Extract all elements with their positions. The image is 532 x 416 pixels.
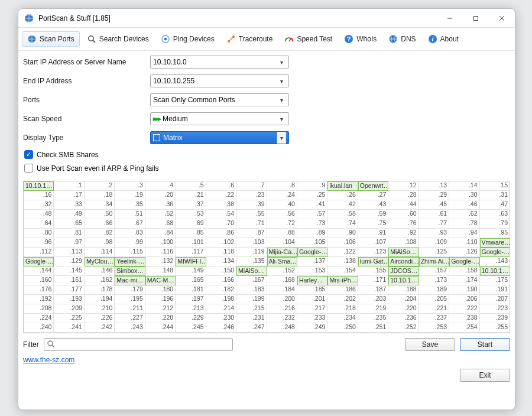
matrix-cell[interactable]: .20: [145, 191, 176, 200]
matrix-cell[interactable]: .217: [297, 304, 327, 314]
matrix-cell[interactable]: JDCOS…: [388, 266, 419, 276]
matrix-cell[interactable]: Mac-mi…: [115, 276, 145, 285]
matrix-cell[interactable]: .7: [236, 181, 267, 191]
matrix-cell[interactable]: .13: [419, 181, 449, 191]
matrix-cell[interactable]: .48: [24, 210, 54, 219]
matrix-cell[interactable]: .158: [449, 266, 479, 276]
minimize-button[interactable]: [437, 9, 463, 28]
matrix-cell[interactable]: .98: [85, 238, 115, 248]
matrix-cell[interactable]: .177: [54, 285, 84, 295]
matrix-cell[interactable]: .58: [327, 210, 358, 219]
matrix-cell[interactable]: .241: [54, 323, 84, 333]
matrix-cell[interactable]: .68: [145, 219, 176, 229]
check-arp-ping[interactable]: Use Port Scan even if ARP & Ping fails: [23, 164, 510, 173]
check-smb-shares[interactable]: Check SMB Shares: [23, 150, 510, 159]
website-link[interactable]: www.the-sz.com: [23, 356, 74, 364]
matrix-cell[interactable]: .250: [327, 323, 358, 333]
matrix-cell[interactable]: .224: [24, 314, 54, 323]
matrix-cell[interactable]: .108: [388, 238, 419, 248]
matrix-cell[interactable]: .247: [236, 323, 267, 333]
matrix-cell[interactable]: MIWIFI-I…: [176, 257, 206, 266]
matrix-cell[interactable]: .242: [85, 323, 115, 333]
matrix-cell[interactable]: .188: [388, 285, 419, 295]
matrix-cell[interactable]: .62: [449, 210, 479, 219]
matrix-cell[interactable]: .74: [327, 219, 358, 229]
matrix-cell[interactable]: .150: [206, 266, 236, 276]
matrix-cell[interactable]: .55: [236, 210, 267, 219]
chevron-down-icon[interactable]: ▾: [277, 59, 286, 66]
matrix-cell[interactable]: .123: [358, 248, 388, 257]
matrix-cell[interactable]: .119: [236, 248, 267, 257]
tab-search-devices[interactable]: Search Devices: [82, 32, 154, 46]
matrix-cell[interactable]: .174: [449, 276, 479, 285]
exit-button[interactable]: Exit: [460, 369, 510, 382]
matrix-cell[interactable]: .65: [54, 219, 84, 229]
matrix-cell[interactable]: .23: [236, 191, 267, 200]
matrix-cell[interactable]: .213: [176, 304, 206, 314]
matrix-cell[interactable]: .189: [419, 285, 449, 295]
matrix-cell[interactable]: Aircondi…: [388, 257, 419, 266]
matrix-cell[interactable]: .85: [176, 229, 206, 238]
matrix-cell[interactable]: .118: [206, 248, 236, 257]
matrix-cell[interactable]: .244: [145, 323, 176, 333]
matrix-cell[interactable]: .219: [358, 304, 388, 314]
matrix-cell[interactable]: .113: [54, 248, 84, 257]
matrix-cell[interactable]: .221: [419, 304, 449, 314]
matrix-cell[interactable]: .27: [358, 191, 388, 200]
matrix-cell[interactable]: .63: [480, 210, 510, 219]
matrix-cell[interactable]: .107: [358, 238, 388, 248]
matrix-cell[interactable]: .43: [358, 200, 388, 210]
matrix-cell[interactable]: .220: [388, 304, 419, 314]
matrix-cell[interactable]: .186: [327, 285, 358, 295]
matrix-cell[interactable]: MAC-M…: [145, 276, 176, 285]
matrix-cell[interactable]: .32: [24, 200, 54, 210]
matrix-cell[interactable]: .210: [85, 304, 115, 314]
matrix-cell[interactable]: .203: [358, 295, 388, 304]
matrix-cell[interactable]: .79: [480, 219, 510, 229]
matrix-cell[interactable]: .44: [388, 200, 419, 210]
matrix-cell[interactable]: .148: [145, 266, 176, 276]
tab-speed-test[interactable]: Speed Test: [280, 32, 337, 46]
matrix-cell[interactable]: .183: [236, 285, 267, 295]
matrix-cell[interactable]: .66: [85, 219, 115, 229]
matrix-cell[interactable]: .160: [24, 276, 54, 285]
matrix-cell[interactable]: .73: [297, 219, 327, 229]
matrix-cell[interactable]: .165: [176, 276, 206, 285]
end-ip-input[interactable]: 10.10.10.255 ▾: [150, 74, 289, 87]
matrix-cell[interactable]: .81: [54, 229, 84, 238]
matrix-cell[interactable]: .227: [115, 314, 145, 323]
matrix-cell[interactable]: .252: [388, 323, 419, 333]
matrix-cell[interactable]: .225: [54, 314, 84, 323]
tab-about[interactable]: iAbout: [423, 32, 463, 46]
matrix-cell[interactable]: .222: [449, 304, 479, 314]
matrix-cell[interactable]: .253: [419, 323, 449, 333]
matrix-cell[interactable]: .195: [115, 295, 145, 304]
matrix-cell[interactable]: .199: [236, 295, 267, 304]
matrix-cell[interactable]: .75: [358, 219, 388, 229]
matrix-cell[interactable]: .45: [419, 200, 449, 210]
chevron-down-icon[interactable]: ▾: [277, 97, 286, 103]
filter-input[interactable]: [44, 338, 233, 351]
matrix-cell[interactable]: .226: [85, 314, 115, 323]
matrix-cell[interactable]: .84: [145, 229, 176, 238]
ports-select[interactable]: Scan Only Common Ports ▾: [150, 93, 289, 106]
matrix-cell[interactable]: .104: [267, 238, 297, 248]
matrix-cell[interactable]: Google-…: [297, 248, 327, 257]
tab-ping-devices[interactable]: Ping Devices: [156, 32, 219, 46]
matrix-cell[interactable]: Ali-Sma…: [267, 257, 297, 266]
matrix-cell[interactable]: Google-…: [480, 248, 510, 257]
matrix-cell[interactable]: .19: [115, 191, 145, 200]
matrix-cell[interactable]: .231: [236, 314, 267, 323]
matrix-cell[interactable]: .239: [480, 314, 510, 323]
matrix-cell[interactable]: .212: [145, 304, 176, 314]
matrix-cell[interactable]: .5: [176, 181, 206, 191]
matrix-cell[interactable]: Simbox…: [115, 266, 145, 276]
matrix-cell[interactable]: .245: [176, 323, 206, 333]
matrix-cell[interactable]: .216: [267, 304, 297, 314]
matrix-cell[interactable]: .101: [176, 238, 206, 248]
matrix-cell[interactable]: .208: [24, 304, 54, 314]
matrix-cell[interactable]: .39: [236, 200, 267, 210]
matrix-cell[interactable]: 10.10.1…: [388, 276, 419, 285]
matrix-cell[interactable]: .34: [85, 200, 115, 210]
matrix-cell[interactable]: .236: [388, 314, 419, 323]
